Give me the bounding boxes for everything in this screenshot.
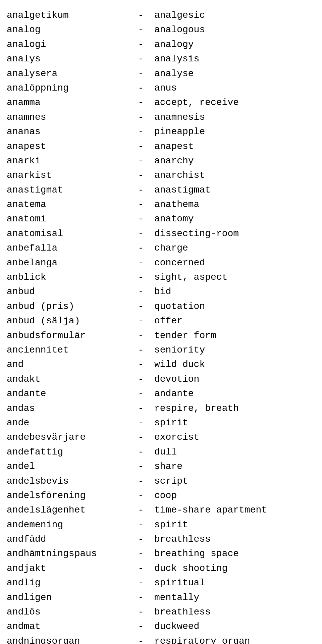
english-word: respire, breath (154, 401, 315, 416)
swedish-word: analogi (7, 37, 127, 52)
swedish-word: anbud (pris) (7, 299, 127, 314)
swedish-word: analysera (7, 66, 127, 81)
table-row: andfådd-breathless (7, 532, 315, 546)
table-row: anamma-accept, receive (7, 95, 315, 110)
swedish-word: anarkist (7, 168, 127, 182)
table-row: analgetikum-analgesic (7, 8, 315, 22)
table-row: analöppning-anus (7, 81, 315, 95)
swedish-word: andakt (7, 372, 127, 386)
separator: - (127, 314, 154, 328)
english-word: devotion (154, 372, 315, 386)
english-word: respiratory organ (154, 634, 315, 644)
english-word: wild duck (154, 357, 315, 372)
english-word: breathing space (154, 546, 315, 561)
swedish-word: andante (7, 386, 127, 401)
english-word: offer (154, 314, 315, 328)
separator: - (127, 37, 154, 52)
swedish-word: anciennitet (7, 343, 127, 357)
separator: - (127, 386, 154, 401)
table-row: analysera-analyse (7, 66, 315, 81)
swedish-word: andemening (7, 518, 127, 532)
table-row: andligen-mentally (7, 590, 315, 605)
table-row: andas-respire, breath (7, 401, 315, 416)
separator: - (127, 445, 154, 459)
separator: - (127, 343, 154, 357)
table-row: anblick-sight, aspect (7, 270, 315, 284)
swedish-word: andlig (7, 576, 127, 590)
separator: - (127, 256, 154, 270)
english-word: analgesic (154, 8, 315, 22)
english-word: accept, receive (154, 95, 315, 110)
separator: - (127, 95, 154, 110)
swedish-word: analog (7, 22, 127, 37)
separator: - (127, 488, 154, 503)
separator: - (127, 197, 154, 212)
separator: - (127, 430, 154, 444)
swedish-word: anbelanga (7, 256, 127, 270)
english-word: quotation (154, 299, 315, 314)
english-word: anarchist (154, 168, 315, 182)
swedish-word: andfådd (7, 532, 127, 546)
swedish-word: ananas (7, 124, 127, 139)
english-word: sight, aspect (154, 270, 315, 284)
english-word: charge (154, 241, 315, 255)
table-row: anastigmat-anastigmat (7, 183, 315, 197)
separator: - (127, 81, 154, 95)
separator: - (127, 357, 154, 372)
table-row: and-wild duck (7, 357, 315, 372)
separator: - (127, 561, 154, 576)
english-word: anatomy (154, 212, 315, 226)
table-row: andhämtningspaus-breathing space (7, 546, 315, 561)
english-word: breathless (154, 605, 315, 619)
english-word: spirit (154, 518, 315, 532)
separator: - (127, 576, 154, 590)
english-word: analogous (154, 22, 315, 37)
english-word: seniority (154, 343, 315, 357)
separator: - (127, 634, 154, 644)
english-word: anastigmat (154, 183, 315, 197)
separator: - (127, 154, 154, 168)
english-word: anarchy (154, 154, 315, 168)
english-word: time-share apartment (154, 503, 315, 517)
english-word: coop (154, 488, 315, 503)
swedish-word: andhämtningspaus (7, 546, 127, 561)
separator: - (127, 459, 154, 474)
table-row: anciennitet-seniority (7, 343, 315, 357)
separator: - (127, 270, 154, 284)
swedish-word: andefattig (7, 445, 127, 459)
table-row: andelsförening-coop (7, 488, 315, 503)
swedish-word: analys (7, 52, 127, 66)
separator: - (127, 66, 154, 81)
separator: - (127, 619, 154, 634)
swedish-word: anapest (7, 139, 127, 154)
english-word: tender form (154, 328, 315, 343)
table-row: andmat-duckweed (7, 619, 315, 634)
english-word: exorcist (154, 430, 315, 444)
swedish-word: ande (7, 416, 127, 430)
separator: - (127, 110, 154, 124)
separator: - (127, 299, 154, 314)
table-row: andningsorgan-respiratory organ (7, 634, 315, 644)
table-row: andakt-devotion (7, 372, 315, 386)
table-row: andemening-spirit (7, 518, 315, 532)
separator: - (127, 328, 154, 343)
separator: - (127, 124, 154, 139)
table-row: andelslägenhet-time-share apartment (7, 503, 315, 517)
english-word: breathless (154, 532, 315, 546)
separator: - (127, 372, 154, 386)
swedish-word: anblick (7, 270, 127, 284)
separator: - (127, 183, 154, 197)
swedish-word: anbud (sälja) (7, 314, 127, 328)
english-word: analogy (154, 37, 315, 52)
swedish-word: andningsorgan (7, 634, 127, 644)
english-word: duckweed (154, 619, 315, 634)
swedish-word: andas (7, 401, 127, 416)
english-word: anus (154, 81, 315, 95)
separator: - (127, 518, 154, 532)
table-row: anbelanga-concerned (7, 256, 315, 270)
separator: - (127, 401, 154, 416)
swedish-word: analöppning (7, 81, 127, 95)
swedish-word: anatomi (7, 212, 127, 226)
separator: - (127, 284, 154, 299)
separator: - (127, 139, 154, 154)
